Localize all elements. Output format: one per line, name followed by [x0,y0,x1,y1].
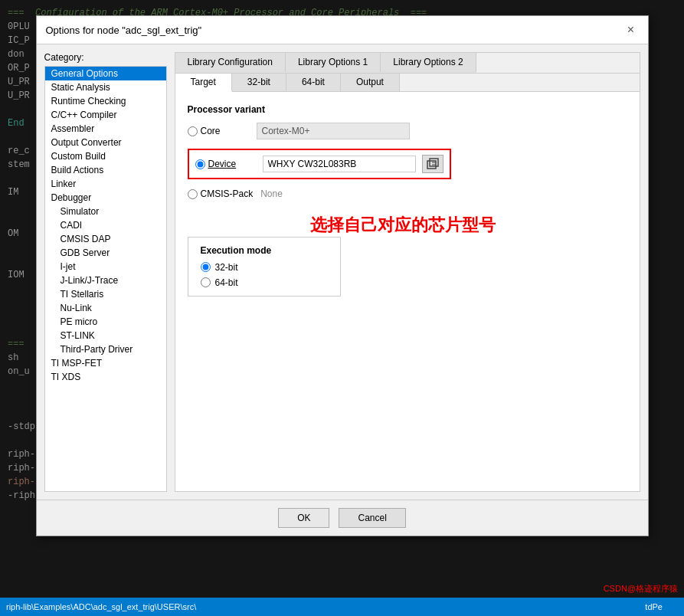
cat-third-party[interactable]: Third-Party Driver [45,342,166,356]
cat-custom-build[interactable]: Custom Build [45,149,166,163]
cat-ti-xds[interactable]: TI XDS [45,370,166,384]
copy-icon [426,158,440,170]
exec-64bit-radio[interactable] [201,277,211,287]
cat-cadi[interactable]: CADI [45,218,166,232]
dialog-titlebar: Options for node "adc_sgl_ext_trig" × [37,16,648,44]
status-right: tdPe [645,602,663,611]
core-value-input[interactable] [257,123,410,139]
cat-simulator[interactable]: Simulator [45,205,166,218]
tab-lib-options2[interactable]: Library Options 2 [381,53,476,73]
tab-64bit[interactable]: 64-bit [286,74,341,91]
tabs-row2: Target 32-bit 64-bit Output [175,74,640,92]
cat-build-actions[interactable]: Build Actions [45,163,166,177]
cat-nu-link[interactable]: Nu-Link [45,301,166,315]
core-radio-label[interactable]: Core [188,126,249,136]
cmsis-pack-radio[interactable] [188,189,198,199]
cmsis-pack-value: None [260,188,283,199]
options-dialog: Options for node "adc_sgl_ext_trig" × Ca… [36,15,649,536]
cat-gdb-server[interactable]: GDB Server [45,246,166,260]
core-radio[interactable] [188,126,198,136]
cat-output-converter[interactable]: Output Converter [45,136,166,149]
core-row: Core [188,123,627,139]
category-panel: Category: General Options Static Analysi… [44,52,167,492]
cat-cpp-compiler[interactable]: C/C++ Compiler [45,108,166,122]
tab-target[interactable]: Target [175,74,232,92]
device-browse-button[interactable] [422,155,443,173]
cat-debugger[interactable]: Debugger [45,191,166,205]
tab-content-area: Processor variant Core Device [175,92,640,491]
close-button[interactable]: × [623,22,639,38]
execution-mode-options: 32-bit 64-bit [201,262,328,288]
tabs-row1: Library Configuration Library Options 1 … [175,53,640,74]
tab-lib-config[interactable]: Library Configuration [175,53,286,73]
cat-runtime-checking[interactable]: Runtime Checking [45,94,166,108]
cmsis-pack-row: CMSIS-Pack None [188,188,627,199]
category-list: General Options Static Analysis Runtime … [44,66,167,492]
tab-lib-options1[interactable]: Library Options 1 [286,53,381,73]
tab-32bit[interactable]: 32-bit [232,74,286,91]
cancel-button[interactable]: Cancel [339,508,405,528]
status-path: riph-lib\Examples\ADC\adc_sgl_ext_trig\U… [6,602,196,611]
cat-jlink-jtrace[interactable]: J-Link/J-Trace [45,274,166,287]
cat-ti-stellaris[interactable]: TI Stellaris [45,287,166,301]
exec-32bit-label[interactable]: 32-bit [201,262,328,273]
device-radio[interactable] [195,159,205,169]
device-radio-label[interactable]: Device [195,159,257,169]
cat-st-link[interactable]: ST-LINK [45,329,166,342]
content-panel: Library Configuration Library Options 1 … [175,52,640,492]
cmsis-pack-radio-label[interactable]: CMSIS-Pack [188,188,254,199]
cat-general-options[interactable]: General Options [45,67,166,80]
cat-assembler[interactable]: Assembler [45,122,166,136]
device-row: Device [188,149,451,179]
dialog-body: Category: General Options Static Analysi… [37,44,648,500]
tab-output[interactable]: Output [341,74,400,91]
cat-i-jet[interactable]: I-jet [45,260,166,274]
status-bar: riph-lib\Examples\ADC\adc_sgl_ext_trig\U… [0,598,684,616]
annotation-text: 选择自己对应的芯片型号 [310,215,627,237]
ok-button[interactable]: OK [278,508,329,528]
cat-static-analysis[interactable]: Static Analysis [45,80,166,94]
cat-cmsis-dap[interactable]: CMSIS DAP [45,232,166,246]
exec-32bit-radio[interactable] [201,262,211,272]
processor-variant-title: Processor variant [188,104,627,115]
exec-64bit-label[interactable]: 64-bit [201,277,328,288]
dialog-title: Options for node "adc_sgl_ext_trig" [46,25,202,36]
category-label: Category: [44,52,167,63]
watermark-text: CSDN@格迹程序猿 [604,583,678,595]
device-value-input[interactable] [263,156,416,172]
modal-overlay: Options for node "adc_sgl_ext_trig" × Ca… [0,0,684,616]
dialog-footer: OK Cancel [37,500,648,536]
cat-ti-msp-fet[interactable]: TI MSP-FET [45,356,166,370]
execution-mode-section: Execution mode 32-bit 64-bit [188,237,341,297]
cat-linker[interactable]: Linker [45,177,166,191]
cat-pe-micro[interactable]: PE micro [45,315,166,329]
execution-mode-title: Execution mode [201,245,328,256]
